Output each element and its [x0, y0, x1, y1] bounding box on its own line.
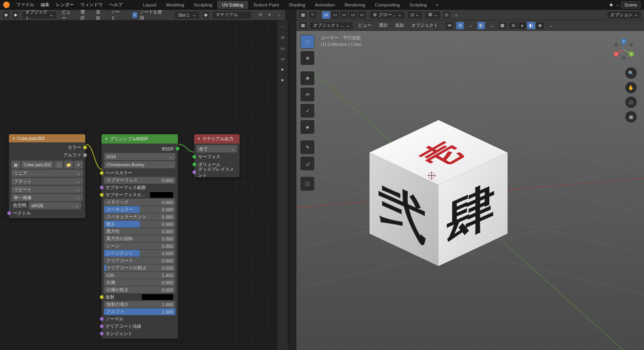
pin-icon[interactable]: ⟲	[257, 11, 264, 19]
socket-icon[interactable]	[176, 147, 179, 150]
projection-dropdown[interactable]: フラット	[11, 178, 83, 185]
bsdf-input-row[interactable]: シーン0.000	[104, 243, 175, 249]
blender-logo-icon[interactable]	[3, 2, 10, 8]
bsdf-input-row[interactable]: サブサーフェスカ…	[104, 191, 175, 198]
socket-alpha-out[interactable]: アルファ	[11, 152, 83, 159]
interaction-mode-dropdown[interactable]: オブジェクト… ⌄	[309, 21, 353, 30]
extension-dropdown[interactable]: リピート	[11, 186, 83, 193]
close-icon[interactable]: ✕	[266, 11, 273, 19]
bsdf-input-row[interactable]: メタリック0.000	[104, 199, 175, 206]
bsdf-input-row[interactable]: クリアコートの粗さ0.030	[104, 264, 175, 271]
bsdf-input-row[interactable]: ノーマル	[104, 316, 175, 322]
material-shading-icon[interactable]: ◐	[527, 21, 536, 30]
open-image-icon[interactable]: 📁	[64, 161, 73, 169]
socket-displacement-in[interactable]: ディスプレイスメント	[197, 169, 237, 176]
socket-vector-in[interactable]: ベクトル	[11, 210, 83, 217]
bsdf-input-row[interactable]: クリアコート法線	[104, 323, 175, 330]
socket-icon[interactable]	[100, 295, 104, 299]
bsdf-input-row[interactable]: IOR1.450	[104, 272, 175, 279]
chevron-down-icon[interactable]: ⌄	[547, 21, 555, 30]
cursor-tool-icon[interactable]: ⊕	[300, 51, 314, 65]
socket-icon[interactable]	[100, 186, 104, 189]
collapsed-item-chevron-icon[interactable]: ▶	[279, 76, 286, 84]
pan-icon[interactable]: ✋	[625, 82, 637, 93]
bsdf-input-row[interactable]: 放射の強さ1.000	[104, 301, 175, 308]
camera-icon[interactable]: 🎥	[625, 97, 637, 108]
menu-レンダー[interactable]: レンダー	[53, 2, 77, 7]
zoom-icon[interactable]: 🔍	[625, 67, 637, 79]
transform-orientation-dropdown[interactable]: ⊕ グロー… ⌄	[370, 11, 405, 19]
select-mode-icon[interactable]: ▭	[322, 11, 331, 19]
collapsed-item-chevron-icon[interactable]: ▶	[279, 66, 286, 73]
select-mode-icon[interactable]: ▭	[357, 11, 366, 19]
bsdf-input-row[interactable]: ベースカラー	[104, 170, 175, 176]
pivot-dropdown[interactable]: ⊙ ⌄	[407, 11, 423, 19]
socket-icon[interactable]	[7, 211, 11, 215]
shader-type-icon[interactable]: ◆	[12, 11, 19, 19]
add-cube-tool-icon[interactable]: ⬛	[300, 177, 314, 191]
rotate-tool-icon[interactable]: ⟳	[300, 88, 314, 101]
editor-type-icon[interactable]: ▦	[299, 11, 307, 19]
material-name-field[interactable]: マテリアル	[212, 11, 252, 19]
select-mode-icon[interactable]: ▭	[348, 11, 357, 19]
perspective-icon[interactable]: ▦	[625, 111, 637, 122]
select-box-tool-icon[interactable]: ⬚	[300, 35, 314, 49]
menu-編集[interactable]: 編集	[37, 2, 53, 7]
overlay-toggle-icon[interactable]: ◐	[477, 21, 485, 30]
collapsed-item-icon[interactable]: ▭	[279, 55, 286, 62]
bsdf-input-row[interactable]: 粗さ0.500	[104, 221, 175, 228]
rendered-shading-icon[interactable]: ◉	[536, 21, 545, 30]
transform-tool-icon[interactable]: ◈	[300, 120, 314, 134]
xray-icon[interactable]: ▦	[498, 21, 506, 30]
select-mode-icon[interactable]: ▭	[331, 11, 339, 19]
workspace-add-button[interactable]: ＋	[432, 0, 443, 9]
bsdf-input-row[interactable]: スペキュラー0.500	[104, 206, 175, 213]
viewport-3d[interactable]: ユーザー・平行投影 (1) Collection | Cube ⬚ ⊕ ✥ ⟳ …	[296, 31, 644, 350]
workspace-tab-uv-editing[interactable]: UV Editing	[217, 1, 248, 9]
object-mode-dropdown[interactable]: オブジェクト⌄	[22, 11, 57, 19]
socket-icon[interactable]	[100, 193, 104, 197]
measure-tool-icon[interactable]: ◿	[300, 157, 314, 170]
scene-icon[interactable]: ◆	[608, 2, 614, 8]
editor-type-icon[interactable]: ◉	[2, 11, 10, 19]
menu-ウィンドウ[interactable]: ウィンドウ	[77, 2, 106, 7]
select-menu[interactable]: 選択	[376, 22, 390, 28]
node-header-output[interactable]: マテリアル出力	[194, 134, 240, 144]
chevron-down-icon[interactable]: ⌄	[616, 2, 619, 7]
object-menu[interactable]: オブジェクト	[409, 22, 441, 28]
material-output-node[interactable]: マテリアル出力 全て サーフェス ボリューム ディスプレイスメント	[194, 134, 240, 177]
cursor-tool-icon[interactable]: ↖	[309, 11, 317, 19]
output-target-dropdown[interactable]: 全て	[197, 145, 237, 152]
sss-method-dropdown[interactable]: Christensen-Burley	[104, 161, 175, 168]
view-menu[interactable]: ビュー	[356, 22, 374, 28]
workspace-tab-compositing[interactable]: Compositing	[370, 1, 404, 9]
interpolation-dropdown[interactable]: リニア	[11, 170, 83, 177]
chevron-down-icon[interactable]: ⌄	[467, 21, 475, 30]
workspace-tab-shading[interactable]: Shading	[284, 1, 310, 9]
bsdf-input-row[interactable]: 異方性の回転0.000	[104, 235, 175, 242]
menu-ファイル[interactable]: ファイル	[13, 2, 37, 7]
tool-icon[interactable]: ▵	[452, 11, 460, 19]
socket-icon[interactable]	[100, 171, 104, 175]
bsdf-input-row[interactable]: 放射	[104, 294, 175, 301]
image-browse-icon[interactable]: ▦	[11, 161, 20, 169]
node-header-image[interactable]: Cube.psd.002	[9, 134, 85, 142]
visibility-icon[interactable]: 👁	[445, 21, 454, 30]
new-image-icon[interactable]: ▢	[54, 161, 63, 169]
socket-icon[interactable]	[100, 324, 104, 328]
unlink-image-icon[interactable]: ✕	[74, 161, 83, 169]
view-menu[interactable]: ビュー	[59, 9, 76, 21]
node-editor-area[interactable]: アイテムツールビューオプションNode Wrangler Cube.psd.00…	[0, 20, 285, 350]
bsdf-input-row[interactable]: クリアコート0.000	[104, 257, 175, 264]
collapsed-item-icon[interactable]: ▭	[279, 45, 286, 52]
chevron-left-icon[interactable]: ‹	[276, 11, 283, 19]
bsdf-input-row[interactable]: タンジェント	[104, 330, 175, 337]
bsdf-input-row[interactable]: サブサーフェス範囲	[104, 184, 175, 191]
workspace-tab-rendering[interactable]: Rendering	[339, 1, 370, 9]
navigation-gizmo[interactable]: X Y Z	[612, 38, 635, 61]
socket-bsdf-out[interactable]: BSDF	[104, 145, 175, 152]
socket-icon[interactable]	[192, 170, 196, 174]
collapsed-arrow-icon[interactable]: ‹	[279, 23, 286, 30]
image-name-field[interactable]: Cube.psd.002	[21, 161, 54, 169]
socket-icon[interactable]	[83, 146, 87, 149]
